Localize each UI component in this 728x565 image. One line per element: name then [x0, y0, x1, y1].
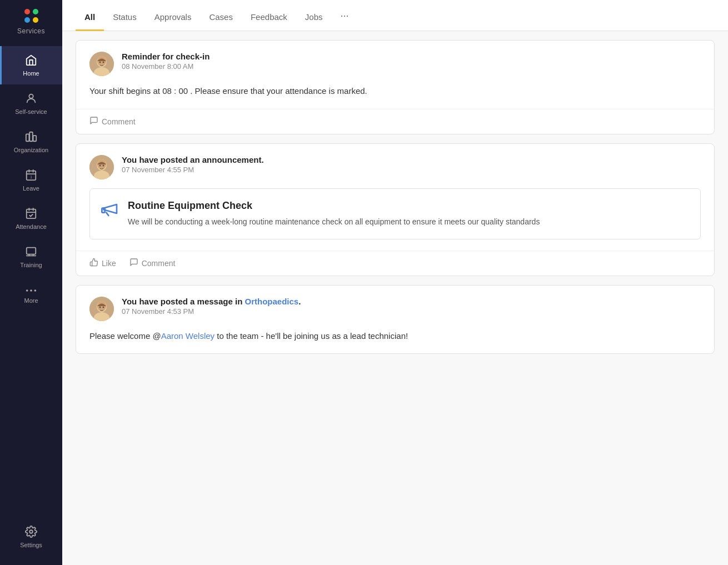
tabs-bar: All Status Approvals Cases Feedback Jobs… — [62, 0, 728, 31]
card-announcement-meta: You have posted an announcement. 07 Nove… — [122, 155, 264, 174]
sidebar-settings-label: Settings — [20, 542, 42, 548]
svg-point-17 — [26, 289, 28, 292]
card-checkin-actions: Comment — [76, 109, 714, 134]
comment-icon-announcement — [129, 258, 138, 269]
card-checkin-title: Reminder for check-in — [122, 52, 210, 61]
card-message-body: Please welcome @Aaron Welsley to the tea… — [76, 330, 714, 354]
settings-icon — [25, 526, 37, 539]
sidebar-nav: Home Self-service Organization — [0, 42, 62, 518]
card-message-header: You have posted a message in Orthopaedic… — [76, 286, 714, 330]
tab-all[interactable]: All — [76, 2, 104, 31]
sidebar-more-label: More — [24, 297, 38, 304]
home-icon — [25, 54, 37, 68]
avatar-checkin — [89, 52, 114, 76]
sidebar-item-training[interactable]: Training — [0, 238, 62, 276]
sidebar-selfservice-label: Self-service — [15, 108, 47, 115]
card-message-meta: You have posted a message in Orthopaedic… — [122, 297, 301, 316]
feed: Reminder for check-in 08 November 8:00 A… — [62, 31, 728, 565]
svg-point-18 — [30, 289, 32, 292]
attendance-icon — [25, 207, 37, 221]
card-message-title-suffix: . — [298, 297, 301, 306]
dot-yellow — [33, 17, 38, 23]
announcement-content: Routine Equipment Check We will be condu… — [128, 200, 540, 228]
card-checkin-meta: Reminder for check-in 08 November 8:00 A… — [122, 52, 210, 71]
comment-button-announcement[interactable]: Comment — [129, 258, 176, 269]
main-content: All Status Approvals Cases Feedback Jobs… — [62, 0, 728, 565]
sidebar-bottom: Settings — [20, 518, 42, 565]
svg-rect-2 — [29, 132, 33, 142]
dot-red — [24, 9, 30, 14]
training-icon — [25, 246, 37, 259]
comment-icon-checkin — [89, 116, 98, 127]
svg-point-20 — [29, 530, 33, 533]
svg-point-31 — [99, 164, 101, 166]
sidebar-item-more[interactable]: More — [0, 276, 62, 312]
svg-rect-1 — [26, 134, 29, 141]
like-button-announcement[interactable]: Like — [89, 258, 116, 269]
tab-status[interactable]: Status — [104, 2, 146, 31]
svg-text:1: 1 — [30, 175, 32, 179]
card-announcement: You have posted an announcement. 07 Nove… — [76, 143, 715, 276]
tab-more[interactable]: ··· — [332, 0, 358, 31]
comment-label-announcement: Comment — [142, 259, 176, 268]
sidebar-item-home[interactable]: Home — [0, 46, 62, 84]
card-checkin: Reminder for check-in 08 November 8:00 A… — [76, 40, 715, 134]
avatar-announcement — [89, 155, 114, 179]
dot-green — [33, 9, 38, 14]
svg-rect-13 — [27, 248, 36, 254]
comment-button-checkin[interactable]: Comment — [89, 116, 136, 127]
card-message-title: You have posted a message in Orthopaedic… — [122, 297, 301, 306]
tab-cases[interactable]: Cases — [200, 2, 242, 31]
sidebar-leave-label: Leave — [23, 185, 39, 192]
card-checkin-body: Your shift begins at 08 : 00 . Please en… — [76, 85, 714, 109]
announcement-desc: We will be conducting a week-long routin… — [128, 216, 540, 228]
card-announcement-time: 07 November 4:55 PM — [122, 166, 264, 174]
sidebar: Services Home Self-service — [0, 0, 62, 565]
svg-rect-9 — [27, 209, 36, 219]
svg-point-25 — [99, 62, 101, 63]
svg-rect-3 — [33, 136, 36, 141]
tab-approvals[interactable]: Approvals — [146, 2, 201, 31]
sidebar-organization-label: Organization — [14, 147, 48, 153]
more-icon — [25, 284, 37, 295]
card-checkin-header: Reminder for check-in 08 November 8:00 A… — [76, 41, 714, 85]
like-icon-announcement — [89, 258, 98, 269]
svg-point-19 — [34, 289, 37, 292]
megaphone-icon — [101, 200, 119, 222]
card-announcement-header: You have posted an announcement. 07 Nove… — [76, 144, 714, 188]
comment-label-checkin: Comment — [102, 117, 136, 126]
sidebar-item-organization[interactable]: Organization — [0, 123, 62, 161]
sidebar-item-settings[interactable]: Settings — [20, 518, 42, 556]
tab-jobs[interactable]: Jobs — [296, 2, 332, 31]
card-message-time: 07 November 4:53 PM — [122, 307, 301, 316]
card-message: You have posted a message in Orthopaedic… — [76, 285, 715, 354]
card-checkin-time: 08 November 8:00 AM — [122, 62, 210, 71]
sidebar-training-label: Training — [20, 262, 42, 268]
announcement-title: Routine Equipment Check — [128, 200, 540, 212]
services-label: Services — [17, 27, 45, 35]
svg-point-39 — [103, 306, 104, 308]
svg-point-26 — [103, 62, 104, 63]
announcement-inner-card: Routine Equipment Check We will be condu… — [89, 188, 701, 239]
card-message-body-suffix: to the team - he'll be joining us as a l… — [215, 331, 408, 341]
sidebar-logo: Services — [0, 0, 62, 42]
sidebar-item-leave[interactable]: 1 Leave — [0, 161, 62, 199]
logo-dots — [24, 9, 38, 23]
svg-point-32 — [103, 164, 104, 166]
avatar-message — [89, 297, 114, 321]
card-announcement-actions: Like Comment — [76, 251, 714, 276]
tab-feedback[interactable]: Feedback — [242, 2, 296, 31]
svg-point-0 — [29, 94, 33, 98]
card-message-title-link[interactable]: Orthopaedics — [245, 297, 298, 306]
sidebar-item-attendance[interactable]: Attendance — [0, 199, 62, 238]
organization-icon — [25, 131, 37, 144]
sidebar-attendance-label: Attendance — [16, 223, 47, 230]
like-label-announcement: Like — [102, 259, 116, 268]
card-announcement-title: You have posted an announcement. — [122, 155, 264, 164]
selfservice-icon — [25, 92, 37, 106]
leave-icon: 1 — [25, 169, 37, 183]
sidebar-item-selfservice[interactable]: Self-service — [0, 84, 62, 123]
card-message-body-prefix: Please welcome @ — [89, 331, 161, 341]
svg-point-38 — [99, 306, 101, 308]
card-message-body-link[interactable]: Aaron Welsley — [161, 331, 215, 341]
